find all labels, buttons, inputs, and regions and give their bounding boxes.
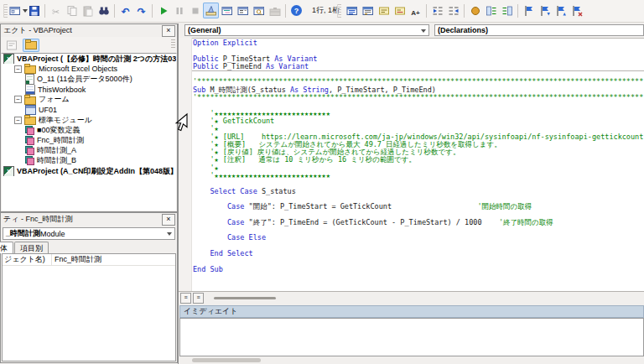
parameter-info-button[interactable]: [392, 3, 408, 18]
tree-item[interactable]: −フォーム: [2, 95, 176, 105]
project-tree[interactable]: XVBAProject (【必修】時間の計測 2つの方法03.xlsr−Micr…: [2, 53, 176, 211]
procedure-dropdown[interactable]: (Declarations): [434, 24, 644, 36]
tree-item-label: ■00変数定義: [37, 125, 80, 135]
folder-icon: [24, 96, 36, 105]
tree-item-label: Microsoft Excel Objects: [39, 65, 117, 73]
close-icon[interactable]: ×: [162, 214, 175, 226]
code-line[interactable]: End Sub: [193, 266, 644, 273]
complete-word-button[interactable]: A+: [408, 3, 423, 18]
comment-block-button[interactable]: [483, 3, 499, 18]
code-line[interactable]: Case "終了": P_TimeEnd = (GetTickCount - P…: [193, 219, 644, 226]
immediate-horizontal-scrollbar[interactable]: [192, 358, 261, 362]
code-line[interactable]: '***************************************…: [193, 94, 644, 101]
code-line[interactable]: Option Explicit: [193, 39, 644, 47]
properties-titlebar[interactable]: ティ - Fnc_時間計測 ×: [1, 213, 177, 226]
code-line[interactable]: Case Else: [193, 234, 644, 242]
next-bookmark-button[interactable]: [537, 3, 553, 18]
outdent-button[interactable]: [445, 3, 461, 18]
code-line[interactable]: Select Case S_status: [193, 188, 644, 195]
help-button[interactable]: ?: [288, 3, 304, 18]
quick-info-button[interactable]: [376, 3, 392, 18]
tree-expander-icon[interactable]: −: [14, 96, 22, 103]
list-constants-button[interactable]: [360, 3, 376, 18]
toggle-bookmark-button[interactable]: [521, 3, 537, 18]
tree-item[interactable]: XVBAProject (【必修】時間の計測 2つの方法03.xlsr: [2, 54, 176, 64]
list-properties-button[interactable]: [344, 3, 360, 18]
tree-item[interactable]: 時間計測_A: [2, 146, 176, 156]
property-value[interactable]: Fnc_時間計測: [52, 254, 175, 265]
project-explorer-titlebar[interactable]: エクト - VBAProject ×: [1, 24, 177, 37]
run-button[interactable]: [155, 3, 171, 18]
tree-expander-icon[interactable]: −: [14, 65, 22, 73]
code-line[interactable]: End Select: [193, 250, 644, 257]
uncomment-icon: [501, 5, 513, 17]
code-editor[interactable]: Option ExplicitPublic P_TimeStart As Var…: [193, 38, 644, 292]
code-line[interactable]: '★ GetTickCount: [193, 117, 644, 125]
tree-item[interactable]: O_11 (11会員データ5000件): [2, 74, 176, 84]
uncomment-block-button[interactable]: [499, 3, 515, 18]
code-line[interactable]: '★ [注釈] 通常は 10 ミリ秒から 16 ミリ秒の範囲です。: [193, 156, 644, 164]
bookmarkprev-icon: [555, 5, 567, 17]
properties-tabs: 体 項目別: [1, 242, 49, 253]
save-button[interactable]: [26, 3, 42, 18]
procedure-separator-line: [192, 70, 644, 71]
selected-object-name: _時間計測: [6, 228, 40, 239]
tree-item[interactable]: 時間計測_B: [2, 156, 176, 166]
full-module-view-button[interactable]: ≡: [193, 293, 204, 304]
indent-button[interactable]: [429, 3, 445, 18]
panel-toolbar-grip[interactable]: [171, 39, 175, 49]
code-margin-bar[interactable]: [179, 38, 192, 292]
tree-item[interactable]: −Microsoft Excel Objects: [2, 64, 176, 74]
prev-bookmark-button[interactable]: [553, 3, 569, 18]
immediate-content[interactable]: [179, 318, 644, 356]
close-icon[interactable]: ×: [162, 25, 175, 37]
toggle-breakpoint-button[interactable]: [467, 3, 483, 18]
tree-item[interactable]: Fnc_時間計測: [2, 136, 176, 146]
project-explorer-button[interactable]: [219, 3, 235, 18]
properties-grid[interactable]: ジェクト名)Fnc_時間計測: [2, 253, 176, 361]
toolbar-separator: [285, 4, 286, 18]
object-browser-button[interactable]: [251, 3, 267, 18]
tab-categorized[interactable]: 項目別: [14, 242, 49, 253]
redo-button[interactable]: ↷: [133, 3, 149, 18]
tree-item[interactable]: ■00変数定義: [2, 125, 176, 135]
code-line[interactable]: '★★★★★★★★★★★★★★★★★★★★★★★★★★★: [193, 172, 644, 179]
toolbar-grip[interactable]: [3, 4, 8, 18]
tree-item[interactable]: −標準モジュール: [2, 115, 176, 125]
code-line[interactable]: [193, 242, 644, 250]
insert-userform-button[interactable]: [10, 3, 26, 18]
object-dropdown[interactable]: (General): [184, 24, 429, 36]
procedure-view-button[interactable]: ≡: [180, 293, 191, 304]
tree-item[interactable]: XVBAProject (A_CN印刷設定AddIn【第048版】_UF: [2, 166, 176, 176]
form-icon: [25, 105, 36, 115]
tree-expander-icon[interactable]: −: [14, 117, 22, 124]
properties-object-selector[interactable]: _時間計測 Module: [3, 227, 175, 240]
undo-button[interactable]: ↶: [117, 3, 133, 18]
design-mode-button[interactable]: [203, 3, 219, 18]
tab-alphabetic[interactable]: 体: [0, 242, 13, 253]
code-line[interactable]: Public P_TimeEnd As Variant: [193, 63, 644, 70]
project-explorer-toolbar: [1, 37, 177, 54]
tree-item-label: フォーム: [39, 95, 70, 105]
properties-window-button[interactable]: [235, 3, 251, 18]
toggle-folders-button[interactable]: [23, 39, 39, 52]
property-row[interactable]: ジェクト名)Fnc_時間計測: [3, 254, 175, 266]
project-explorer-panel: エクト - VBAProject × XVBAProject (【必修】時間の計…: [0, 23, 178, 212]
horizontal-scrollbar[interactable]: [214, 297, 276, 299]
clear-bookmarks-button[interactable]: [569, 3, 584, 18]
code-line[interactable]: Case "開始": P_TimeStart = GetTickCount '開…: [193, 203, 644, 211]
immediate-titlebar[interactable]: イミディエイト: [179, 305, 644, 318]
tree-item[interactable]: ThisWorkbook: [2, 85, 176, 95]
view-code-button: [3, 39, 20, 52]
toolbar-grip[interactable]: [337, 4, 341, 18]
code-line[interactable]: [193, 257, 644, 265]
tree-item-label: VBAProject (A_CN印刷設定AddIn【第048版】_UF: [17, 166, 176, 176]
find-button[interactable]: [96, 3, 112, 18]
toolbar-separator: [114, 4, 115, 18]
tree-item-label: ThisWorkbook: [38, 86, 86, 94]
cut-button: ✂: [48, 3, 64, 18]
code-window: (General) (Declarations) Option Explicit…: [178, 23, 644, 304]
toolbar-separator: [44, 4, 45, 18]
tree-item[interactable]: UF01: [2, 105, 176, 115]
save-icon: [29, 5, 40, 17]
